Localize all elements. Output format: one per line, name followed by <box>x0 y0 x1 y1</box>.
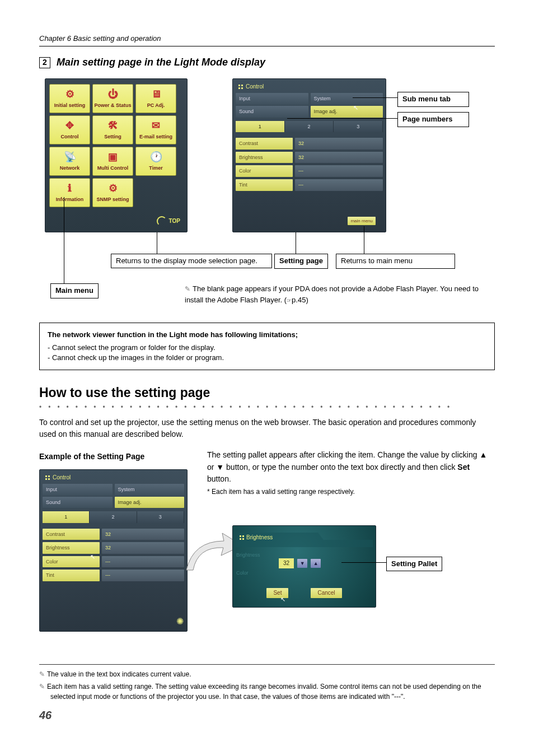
note-ref: p.45) <box>292 296 308 304</box>
dots-icon <box>240 535 244 540</box>
blank-page-note: The blank page appears if your PDA does … <box>185 283 495 305</box>
tile-multi-control[interactable]: ▣Multi Control <box>92 147 133 176</box>
tab-input[interactable]: Input <box>43 484 113 496</box>
dot-separator: ••••••••••••••••••••••••••••••••••••••••… <box>39 403 495 412</box>
network-icon: 📡 <box>64 151 76 164</box>
row-value: 32 <box>102 529 184 540</box>
row-brightness[interactable]: Brightness32 <box>236 152 383 164</box>
tile-label: Initial setting <box>54 102 86 109</box>
pointer-icon <box>287 296 292 304</box>
diagram-area: ⚙Initial setting ⏻Power & Status 🖥PC Adj… <box>39 78 495 314</box>
control-panel: Control Input System Sound Image adj. ↖ … <box>232 78 386 232</box>
tab-input[interactable]: Input <box>236 93 308 105</box>
limitation-item: - Cannot select the program or folder fo… <box>48 343 486 353</box>
page-2[interactable]: 2 <box>90 511 137 523</box>
footnote-text: Each item has a valid setting range. The… <box>47 683 481 701</box>
note-text: The blank page appears if your PDA does … <box>185 284 479 304</box>
top-button[interactable]: TOP <box>157 216 180 226</box>
row-value: --- <box>102 556 184 568</box>
row-tint[interactable]: Tint--- <box>236 179 383 191</box>
row-color[interactable]: Color--- <box>43 556 184 568</box>
limitations-box: The network viewer function in the Light… <box>39 323 495 370</box>
example-title: Example of the Setting Page <box>39 451 144 463</box>
tile-control[interactable]: ✥Control <box>49 115 90 144</box>
tab-image-adj[interactable]: Image adj. <box>311 106 383 118</box>
power-icon: ⏻ <box>108 88 118 101</box>
page-1[interactable]: 1 <box>43 511 90 523</box>
callout-main-menu: Main menu <box>50 283 99 298</box>
tab-sound[interactable]: Sound <box>43 497 113 508</box>
desc-text: The setting pallet appears after clickin… <box>207 450 487 472</box>
tile-pc-adj[interactable]: 🖥PC Adj. <box>135 84 176 113</box>
row-label: Tint <box>236 179 293 191</box>
tile-label: E-mail setting <box>139 133 172 141</box>
desc-small: * Each item has a valid setting range re… <box>207 488 355 496</box>
row-tint[interactable]: Tint--- <box>43 570 184 581</box>
row-label: Contrast <box>236 138 293 150</box>
cursor-icon: ↖ <box>280 595 285 604</box>
mail-icon: ✉ <box>152 120 160 132</box>
chapter-header: Chapter 6 Basic setting and operation <box>39 34 495 46</box>
callout-setting-pallet: Setting Pallet <box>386 557 442 571</box>
tile-label: Multi Control <box>97 165 129 172</box>
limitations-title: The network viewer function in the Light… <box>48 330 486 340</box>
increase-button[interactable]: ▲ <box>311 559 321 568</box>
tile-label: Timer <box>149 165 162 172</box>
tile-snmp-setting[interactable]: ⚙SNMP setting <box>92 178 133 207</box>
decrease-button[interactable]: ▼ <box>297 559 307 568</box>
pencil-icon <box>39 683 47 690</box>
tile-label: Network <box>60 165 80 172</box>
wrench-icon: 🛠 <box>108 120 118 132</box>
tab-system[interactable]: System <box>115 484 185 496</box>
tile-label: PC Adj. <box>147 102 165 109</box>
tile-timer[interactable]: 🕐Timer <box>135 147 176 176</box>
value-input[interactable]: 32 <box>279 558 294 568</box>
title-text: Brightness <box>246 534 273 542</box>
tile-network[interactable]: 📡Network <box>49 147 90 176</box>
page-3[interactable]: 3 <box>334 121 383 133</box>
page-1[interactable]: 1 <box>236 121 285 133</box>
row-label: Contrast <box>43 529 100 540</box>
tile-setting[interactable]: 🛠Setting <box>92 115 133 144</box>
example-area: Example of the Setting Page The setting … <box>39 451 495 659</box>
tab-image-adj[interactable]: Image adj. <box>115 497 185 508</box>
page-3[interactable]: 3 <box>137 511 184 523</box>
row-value: 32 <box>295 138 383 150</box>
pallet-title: Brightness <box>240 534 273 542</box>
row-brightness[interactable]: Brightness32 <box>43 542 184 554</box>
cancel-button[interactable]: Cancel <box>311 588 341 598</box>
control-panel-header: Control <box>43 473 184 483</box>
dots-icon <box>45 475 50 480</box>
setting-rows: Contrast32 Brightness32 Color--- Tint--- <box>236 138 383 190</box>
snmp-icon: ⚙ <box>109 183 118 195</box>
example-control-panel: Control InputSystem SoundImage adj. 1 2 … <box>39 469 188 632</box>
monitor-icon: 🖥 <box>151 88 161 101</box>
tile-information[interactable]: ℹInformation <box>49 178 90 207</box>
tile-label: SNMP setting <box>97 196 129 203</box>
how-to-intro: To control and set up the projector, use… <box>39 417 495 440</box>
tab-system[interactable]: System <box>311 93 383 105</box>
tile-label: Control <box>61 133 79 141</box>
tile-initial-setting[interactable]: ⚙Initial setting <box>49 84 90 113</box>
callout-setting-page: Setting page <box>274 254 328 268</box>
setting-pallet-panel: Brightness Brightness Color 32 ▼ ▲ Set C… <box>232 525 376 608</box>
submenu-tabs-2: Sound Image adj. <box>236 106 383 118</box>
tile-label: Power & Status <box>94 102 131 109</box>
row-contrast[interactable]: Contrast32 <box>236 138 383 150</box>
row-contrast[interactable]: Contrast32 <box>43 529 184 540</box>
main-menu-button[interactable]: main menu <box>348 217 376 225</box>
submenu-tabs: Input System <box>236 93 383 105</box>
callout-page-numbers: Page numbers <box>397 112 469 127</box>
footnote-text: The value in the text box indicates curr… <box>47 670 191 678</box>
tab-sound[interactable]: Sound <box>236 106 308 118</box>
page-2[interactable]: 2 <box>285 121 334 133</box>
row-value: --- <box>295 179 383 191</box>
callout-returns-display: Returns to the display mode selection pa… <box>111 254 272 268</box>
page-pills: 1 2 3 <box>236 121 383 133</box>
tile-power-status[interactable]: ⏻Power & Status <box>92 84 133 113</box>
desc-set: Set <box>457 463 470 472</box>
main-menu-panel: ⚙Initial setting ⏻Power & Status 🖥PC Adj… <box>45 78 188 232</box>
row-color[interactable]: Color--- <box>236 165 383 177</box>
info-icon: ℹ <box>68 183 72 195</box>
tile-email-setting[interactable]: ✉E-mail setting <box>135 115 176 144</box>
